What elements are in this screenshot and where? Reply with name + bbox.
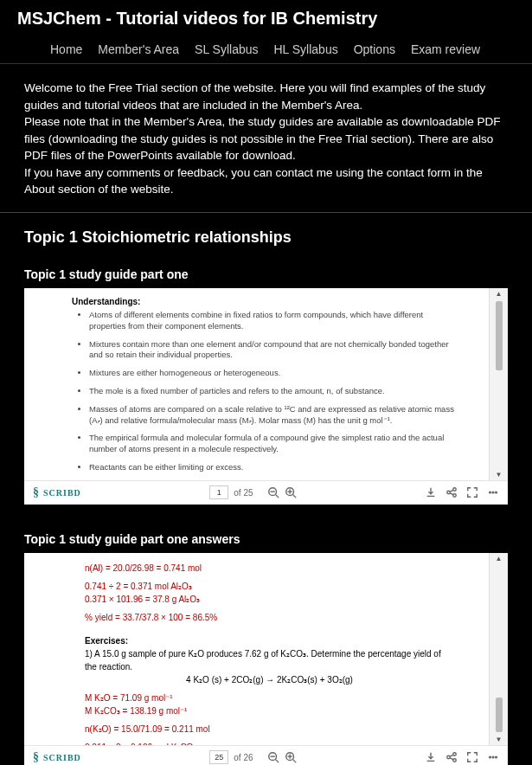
answer-line: 0.211 ÷ 2 = 0.106 mol K₂CO₃ (85, 741, 454, 745)
scroll-thumb[interactable] (496, 301, 503, 370)
nav-home[interactable]: Home (50, 42, 82, 56)
scrollbar[interactable]: ▲ ▼ (489, 288, 508, 480)
intro-p2: Please note that in the Member's Area, t… (24, 113, 508, 164)
share-icon[interactable] (445, 486, 458, 498)
nav-sl-syllabus[interactable]: SL Syllabus (195, 42, 258, 56)
svg-line-1 (275, 495, 279, 498)
bullet: Mixtures are either homogeneous or heter… (89, 368, 454, 379)
svg-line-10 (450, 491, 453, 492)
intro-p3: If you have any comments or feedback, yo… (24, 164, 508, 198)
svg-line-4 (292, 495, 296, 498)
menu-icon[interactable] (487, 486, 499, 498)
svg-point-22 (447, 756, 451, 760)
svg-point-8 (453, 488, 457, 492)
answer-line: 0.371 × 101.96 = 37.8 g Al₂O₃ (85, 593, 454, 606)
guide1-title: Topic 1 study guide part one (0, 257, 532, 288)
answer-line: M K₂O = 71.09 g mol⁻¹ (85, 691, 454, 704)
intro-text: Welcome to the Free Trial section of the… (0, 64, 532, 213)
intro-p1: Welcome to the Free Trial section of the… (24, 80, 508, 113)
zoom-in-icon[interactable] (285, 486, 297, 498)
svg-point-12 (490, 492, 491, 494)
nav-hl-syllabus[interactable]: HL Syllabus (274, 42, 338, 56)
page-input[interactable] (209, 485, 228, 499)
zoom-out-icon[interactable] (267, 486, 279, 498)
answer-line: % yield = 33.7/37.8 × 100 = 86.5% (85, 611, 454, 624)
share-icon[interactable] (445, 751, 458, 763)
bullet: Reactants can be either limiting or exce… (89, 462, 454, 473)
main-nav: Home Member's Area SL Syllabus HL Syllab… (0, 35, 532, 64)
svg-point-13 (492, 492, 494, 494)
bullet: Mixtures contain more than one element a… (89, 339, 454, 362)
download-icon[interactable] (425, 751, 437, 763)
bullet: Masses of atoms are compared on a scale … (89, 404, 454, 427)
scribd-embed-guide1: ▲▼ Understandings: Atoms of different el… (24, 288, 508, 505)
exercises-heading: Exercises: (85, 634, 454, 647)
svg-line-16 (275, 760, 279, 763)
guide2-title: Topic 1 study guide part one answers (0, 522, 532, 553)
site-title: MSJChem - Tutorial videos for IB Chemist… (0, 0, 532, 35)
svg-point-24 (453, 759, 457, 762)
scroll-up-icon[interactable]: ▲ (496, 288, 503, 299)
scribd-toolbar: §SCRIBD of 25 (24, 480, 508, 505)
svg-line-26 (450, 758, 453, 760)
page-total: of 25 (234, 488, 253, 498)
svg-point-27 (490, 757, 491, 759)
fullscreen-icon[interactable] (466, 751, 478, 763)
scroll-down-icon[interactable]: ▼ (496, 734, 503, 745)
scribd-embed-guide2: ▲▼ n(Al) = 20.0/26.98 = 0.741 mol 0.741 … (24, 553, 508, 765)
scrollbar[interactable]: ▲ ▼ (489, 553, 508, 745)
svg-point-23 (453, 753, 457, 756)
scribd-logo[interactable]: §SCRIBD (33, 485, 81, 499)
nav-exam-review[interactable]: Exam review (411, 42, 480, 56)
svg-line-19 (292, 760, 296, 763)
topic-title: Topic 1 Stoichiometric relationships (0, 213, 532, 257)
svg-line-11 (450, 493, 453, 495)
svg-point-14 (496, 492, 497, 494)
nav-members-area[interactable]: Member's Area (98, 42, 179, 56)
answer-line: 0.741 ÷ 2 = 0.371 mol Al₂O₃ (85, 580, 454, 593)
exercise-question: 1) A 15.0 g sample of pure K₂O produces … (85, 647, 454, 673)
menu-icon[interactable] (487, 751, 499, 763)
zoom-in-icon[interactable] (285, 751, 297, 763)
nav-options[interactable]: Options (354, 42, 395, 56)
doc-content[interactable]: Understandings: Atoms of different eleme… (24, 288, 489, 480)
bullet: The empirical formula and molecular form… (89, 433, 454, 455)
zoom-out-icon[interactable] (267, 751, 279, 763)
page-total: of 26 (234, 753, 253, 762)
equation: 4 K₂O (s) + 2CO₂(g) → 2K₂CO₃(s) + 3O₂(g) (85, 673, 454, 686)
answer-line: n(K₂O) = 15.0/71.09 = 0.211 mol (85, 723, 454, 736)
page-input[interactable] (209, 750, 228, 764)
svg-point-29 (496, 757, 497, 759)
answer-line: M K₂CO₃ = 138.19 g mol⁻¹ (85, 704, 454, 717)
svg-point-28 (492, 757, 494, 759)
svg-line-25 (450, 755, 453, 757)
download-icon[interactable] (425, 486, 437, 498)
bullet: The mole is a fixed number of particles … (89, 386, 454, 397)
scroll-down-icon[interactable]: ▼ (496, 469, 503, 480)
answer-line: n(Al) = 20.0/26.98 = 0.741 mol (85, 562, 454, 575)
svg-point-9 (453, 494, 457, 498)
scroll-thumb[interactable] (496, 698, 503, 732)
scribd-logo[interactable]: §SCRIBD (33, 750, 81, 764)
understandings-heading: Understandings: (72, 297, 454, 306)
fullscreen-icon[interactable] (466, 486, 478, 498)
scribd-toolbar: §SCRIBD of 26 (24, 745, 508, 765)
bullet: Atoms of different elements combine in f… (89, 310, 454, 332)
scroll-up-icon[interactable]: ▲ (496, 553, 503, 564)
doc-content[interactable]: n(Al) = 20.0/26.98 = 0.741 mol 0.741 ÷ 2… (24, 553, 489, 745)
svg-point-7 (447, 492, 451, 495)
